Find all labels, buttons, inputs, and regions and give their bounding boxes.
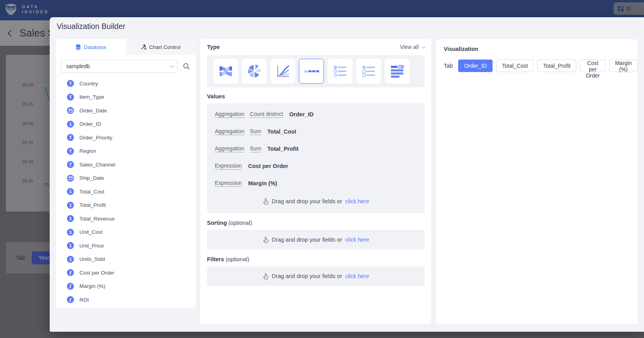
number-field-icon: 1: [67, 121, 74, 128]
value-kind-dropdown[interactable]: Expression: [215, 163, 242, 170]
sorting-click-here-link[interactable]: click here: [345, 237, 369, 243]
back-arrow-icon[interactable]: [8, 30, 14, 36]
field-label: Sales_Channel: [79, 162, 115, 168]
tab-chart-control[interactable]: Chart Control: [126, 39, 196, 55]
number-field-icon: 1: [67, 215, 74, 222]
value-field-name[interactable]: Cost per Order: [248, 163, 288, 169]
number-field-icon: 1: [67, 202, 74, 209]
field-item-unit-price[interactable]: 1Unit_Price: [67, 239, 196, 253]
values-drop-zone[interactable]: Drag and drop your fields or click here: [215, 192, 417, 211]
formula-field-icon: ƒ: [67, 296, 74, 303]
chevron-down-icon: [422, 45, 426, 49]
filters-box: Drag and drop your fields or click here: [207, 266, 425, 286]
text-field-icon: T: [67, 134, 74, 141]
chart-type-sankey-icon[interactable]: [213, 59, 238, 84]
aggregation-fn-dropdown[interactable]: Sum: [250, 128, 261, 135]
number-field-icon: 1: [67, 256, 74, 263]
field-label: Unit_Price: [79, 243, 104, 249]
field-item-total-profit[interactable]: 1Total_Profit: [67, 199, 196, 212]
search-icon[interactable]: [183, 63, 190, 70]
field-item-unit-cost[interactable]: 1Unit_Cost: [67, 226, 196, 239]
sorting-section-title: Sorting (optional): [207, 220, 252, 226]
view-all-button[interactable]: View all: [400, 44, 425, 50]
chart-type-tab-icon[interactable]: Tab: [299, 59, 324, 84]
text-field-icon: T: [67, 80, 74, 87]
field-item-sales-channel[interactable]: TSales_Channel: [67, 158, 196, 172]
field-item-margin-[interactable]: ƒMargin (%): [67, 280, 196, 293]
filters-section-title: Filters (optional): [207, 256, 249, 262]
field-label: Unit_Cost: [79, 229, 103, 235]
value-row: AggregationSumTotal_Cost: [215, 123, 417, 140]
chart-type-checkbox-list-icon[interactable]: [356, 59, 381, 84]
sorting-drop-zone[interactable]: Drag and drop your fields or click here: [207, 230, 425, 249]
field-item-order-date[interactable]: Order_Date: [67, 104, 196, 117]
field-label: Cost per Order: [79, 270, 114, 276]
field-item-ship-date[interactable]: Ship_Date: [67, 172, 196, 185]
field-item-total-cost[interactable]: 1Total_Cost: [67, 185, 196, 199]
value-field-name[interactable]: Total_Profit: [267, 146, 298, 152]
tab-chart-control-label: Chart Control: [149, 44, 180, 50]
value-kind-dropdown[interactable]: Aggregation: [215, 128, 245, 135]
viz-tab-label: Tab: [444, 63, 453, 69]
filters-click-here-link[interactable]: click here: [345, 273, 369, 279]
value-field-name[interactable]: Margin (%): [248, 180, 277, 186]
field-label: Units_Sold: [79, 256, 105, 262]
field-item-order-id[interactable]: 1Order_ID: [67, 117, 196, 131]
value-kind-dropdown[interactable]: Aggregation: [215, 145, 245, 152]
tab-database-label: Database: [84, 44, 106, 50]
date-field-icon: [67, 175, 74, 182]
aggregation-fn-dropdown[interactable]: Sum: [250, 145, 261, 152]
field-label: Total_Cost: [79, 189, 104, 195]
owl-logo-icon: [4, 3, 18, 16]
aggregation-fn-dropdown[interactable]: Count distinct: [250, 111, 283, 118]
field-label: Order_Date: [79, 108, 107, 114]
sorting-box: Drag and drop your fields or click here: [207, 230, 425, 249]
field-item-order-priority[interactable]: TOrder_Priority: [67, 131, 196, 145]
dashboard-switcher-button[interactable]: D: [613, 2, 644, 15]
chart-type-line-icon[interactable]: [270, 59, 295, 84]
type-section-title: Type: [207, 44, 220, 50]
datasource-select[interactable]: sampledb: [61, 60, 178, 73]
field-label: Order_Priority: [79, 135, 112, 141]
field-item-item-type[interactable]: TItem_Type: [67, 90, 196, 104]
modal-title: Visualization Builder: [57, 22, 125, 31]
field-item-roi[interactable]: ƒROI: [67, 293, 196, 307]
value-field-name[interactable]: Order_ID: [289, 111, 313, 117]
value-field-name[interactable]: Total_Cost: [267, 128, 296, 135]
value-row: ExpressionCost per Order: [215, 157, 417, 175]
tab-database[interactable]: Database: [56, 39, 126, 55]
visualization-builder-modal: Visualization Builder Database: [50, 17, 644, 332]
field-label: Total_Revenue: [79, 216, 115, 222]
filters-drop-zone[interactable]: Drag and drop your fields or click here: [207, 266, 425, 286]
chart-type-strip: Tab: [207, 55, 425, 87]
drag-hand-icon: [263, 236, 269, 243]
view-all-label: View all: [400, 44, 419, 50]
chevron-down-icon: [170, 64, 174, 68]
viz-tab-total-cost[interactable]: Total_Cost: [496, 60, 534, 72]
chart-type-table-icon[interactable]: [385, 59, 410, 84]
dashboard-layout-icon: [617, 5, 624, 12]
field-item-total-revenue[interactable]: 1Total_Revenue: [67, 212, 196, 226]
chart-type-pie-icon[interactable]: [242, 59, 267, 84]
viz-tab-total-profit[interactable]: Total_Profit: [537, 60, 576, 72]
viz-tab-cost-per-order[interactable]: Cost per Order: [580, 60, 606, 72]
value-kind-dropdown[interactable]: Aggregation: [215, 111, 245, 118]
drop-hint-text: Drag and drop your fields or: [272, 237, 342, 243]
viz-tab-margin-[interactable]: Margin (%): [609, 60, 638, 72]
text-field-icon: T: [67, 148, 74, 155]
viz-tab-order-id[interactable]: Order_ID: [458, 60, 493, 72]
formula-field-icon: ƒ: [67, 269, 74, 276]
app-logo[interactable]: DATA INSIDER: [4, 3, 49, 16]
field-item-country[interactable]: TCountry: [67, 77, 196, 90]
field-item-region[interactable]: TRegion: [67, 145, 196, 158]
chart-type-radio-list-icon[interactable]: [327, 59, 353, 84]
date-field-icon: [67, 107, 74, 114]
values-click-here-link[interactable]: click here: [345, 198, 369, 204]
value-kind-dropdown[interactable]: Expression: [215, 180, 242, 187]
number-field-icon: 1: [67, 229, 74, 236]
field-item-units-sold[interactable]: 1Units_Sold: [67, 253, 196, 266]
field-label: Item_Type: [79, 94, 104, 100]
field-label: Margin (%): [79, 283, 105, 289]
field-item-cost-per-order[interactable]: ƒCost per Order: [67, 266, 196, 280]
text-field-icon: T: [67, 161, 74, 168]
